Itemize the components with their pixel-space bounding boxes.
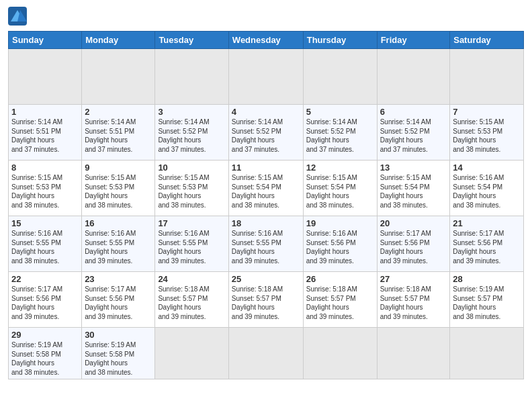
calendar-cell: 25Sunrise: 5:18 AMSunset: 5:57 PMDayligh… — [228, 272, 303, 328]
calendar-cell: 16Sunrise: 5:16 AMSunset: 5:55 PMDayligh… — [82, 216, 155, 272]
day-number: 7 — [453, 107, 521, 117]
calendar-cell — [228, 49, 303, 105]
calendar-cell: 11Sunrise: 5:15 AMSunset: 5:54 PMDayligh… — [228, 161, 303, 216]
day-info: Sunrise: 5:14 AMSunset: 5:52 PMDaylight … — [158, 118, 225, 154]
day-info: Sunrise: 5:16 AMSunset: 5:55 PMDaylight … — [85, 229, 152, 265]
calendar-cell — [228, 328, 303, 379]
calendar-cell: 22Sunrise: 5:17 AMSunset: 5:56 PMDayligh… — [9, 272, 82, 328]
header-sunday: Sunday — [9, 32, 82, 49]
day-number: 20 — [380, 218, 447, 228]
day-info: Sunrise: 5:19 AMSunset: 5:58 PMDaylight … — [11, 340, 79, 377]
logo-icon — [8, 7, 27, 26]
day-info: Sunrise: 5:17 AMSunset: 5:56 PMDaylight … — [11, 285, 79, 321]
day-number: 10 — [158, 163, 225, 173]
day-number: 16 — [85, 218, 152, 228]
day-info: Sunrise: 5:18 AMSunset: 5:57 PMDaylight … — [232, 285, 300, 321]
header-saturday: Saturday — [450, 32, 524, 49]
day-info: Sunrise: 5:15 AMSunset: 5:53 PMDaylight … — [453, 118, 521, 154]
day-info: Sunrise: 5:15 AMSunset: 5:53 PMDaylight … — [85, 173, 152, 210]
header-monday: Monday — [82, 32, 155, 49]
calendar-cell: 20Sunrise: 5:17 AMSunset: 5:56 PMDayligh… — [377, 216, 450, 272]
day-number: 25 — [232, 274, 300, 284]
day-number: 14 — [453, 163, 521, 173]
day-number: 29 — [11, 330, 79, 340]
day-number: 4 — [232, 107, 300, 117]
day-info: Sunrise: 5:14 AMSunset: 5:51 PMDaylight … — [11, 118, 79, 154]
calendar-week-2: 8Sunrise: 5:15 AMSunset: 5:53 PMDaylight… — [9, 161, 524, 216]
calendar-cell — [9, 49, 82, 105]
logo — [8, 7, 30, 26]
calendar-cell: 1Sunrise: 5:14 AMSunset: 5:51 PMDaylight… — [9, 105, 82, 161]
calendar-cell: 30Sunrise: 5:19 AMSunset: 5:58 PMDayligh… — [82, 328, 155, 379]
calendar-cell: 2Sunrise: 5:14 AMSunset: 5:51 PMDaylight… — [82, 105, 155, 161]
calendar-cell: 13Sunrise: 5:15 AMSunset: 5:54 PMDayligh… — [377, 161, 450, 216]
day-info: Sunrise: 5:14 AMSunset: 5:52 PMDaylight … — [380, 118, 447, 154]
day-info: Sunrise: 5:17 AMSunset: 5:56 PMDaylight … — [85, 285, 152, 321]
calendar-cell: 27Sunrise: 5:18 AMSunset: 5:57 PMDayligh… — [377, 272, 450, 328]
calendar-cell: 24Sunrise: 5:18 AMSunset: 5:57 PMDayligh… — [155, 272, 228, 328]
day-number: 19 — [306, 218, 374, 228]
day-number: 27 — [380, 274, 447, 284]
calendar-week-0 — [9, 49, 524, 105]
day-number: 13 — [380, 163, 447, 173]
calendar-cell: 26Sunrise: 5:18 AMSunset: 5:57 PMDayligh… — [303, 272, 377, 328]
day-info: Sunrise: 5:15 AMSunset: 5:54 PMDaylight … — [232, 173, 300, 210]
day-number: 17 — [158, 218, 225, 228]
calendar-cell — [303, 49, 377, 105]
calendar-week-4: 22Sunrise: 5:17 AMSunset: 5:56 PMDayligh… — [9, 272, 524, 328]
day-info: Sunrise: 5:15 AMSunset: 5:53 PMDaylight … — [158, 173, 225, 210]
day-info: Sunrise: 5:17 AMSunset: 5:56 PMDaylight … — [453, 229, 521, 265]
calendar-cell — [155, 49, 228, 105]
calendar-week-5: 29Sunrise: 5:19 AMSunset: 5:58 PMDayligh… — [9, 328, 524, 379]
calendar-cell: 5Sunrise: 5:14 AMSunset: 5:52 PMDaylight… — [303, 105, 377, 161]
calendar-cell: 10Sunrise: 5:15 AMSunset: 5:53 PMDayligh… — [155, 161, 228, 216]
day-info: Sunrise: 5:15 AMSunset: 5:54 PMDaylight … — [306, 173, 374, 210]
day-info: Sunrise: 5:18 AMSunset: 5:57 PMDaylight … — [380, 285, 447, 321]
day-info: Sunrise: 5:17 AMSunset: 5:56 PMDaylight … — [380, 229, 447, 265]
header-thursday: Thursday — [303, 32, 377, 49]
day-number: 21 — [453, 218, 521, 228]
day-info: Sunrise: 5:16 AMSunset: 5:55 PMDaylight … — [232, 229, 300, 265]
day-number: 3 — [158, 107, 225, 117]
day-info: Sunrise: 5:19 AMSunset: 5:57 PMDaylight … — [453, 285, 521, 321]
calendar-week-3: 15Sunrise: 5:16 AMSunset: 5:55 PMDayligh… — [9, 216, 524, 272]
day-number: 18 — [232, 218, 300, 228]
day-number: 1 — [11, 107, 79, 117]
calendar-cell: 15Sunrise: 5:16 AMSunset: 5:55 PMDayligh… — [9, 216, 82, 272]
calendar-cell — [303, 328, 377, 379]
calendar-cell: 7Sunrise: 5:15 AMSunset: 5:53 PMDaylight… — [450, 105, 524, 161]
calendar-cell — [450, 328, 524, 379]
day-info: Sunrise: 5:18 AMSunset: 5:57 PMDaylight … — [306, 285, 374, 321]
calendar-cell: 12Sunrise: 5:15 AMSunset: 5:54 PMDayligh… — [303, 161, 377, 216]
day-number: 23 — [85, 274, 152, 284]
day-info: Sunrise: 5:14 AMSunset: 5:52 PMDaylight … — [232, 118, 300, 154]
day-number: 5 — [306, 107, 374, 117]
calendar-cell: 29Sunrise: 5:19 AMSunset: 5:58 PMDayligh… — [9, 328, 82, 379]
day-number: 9 — [85, 163, 152, 173]
calendar-cell: 23Sunrise: 5:17 AMSunset: 5:56 PMDayligh… — [82, 272, 155, 328]
header-tuesday: Tuesday — [155, 32, 228, 49]
calendar-cell: 6Sunrise: 5:14 AMSunset: 5:52 PMDaylight… — [377, 105, 450, 161]
header-wednesday: Wednesday — [228, 32, 303, 49]
calendar-cell — [377, 328, 450, 379]
day-info: Sunrise: 5:19 AMSunset: 5:58 PMDaylight … — [85, 340, 152, 377]
calendar-cell: 8Sunrise: 5:15 AMSunset: 5:53 PMDaylight… — [9, 161, 82, 216]
calendar-week-1: 1Sunrise: 5:14 AMSunset: 5:51 PMDaylight… — [9, 105, 524, 161]
calendar-cell: 14Sunrise: 5:16 AMSunset: 5:54 PMDayligh… — [450, 161, 524, 216]
calendar-cell: 9Sunrise: 5:15 AMSunset: 5:53 PMDaylight… — [82, 161, 155, 216]
day-number: 11 — [232, 163, 300, 173]
day-info: Sunrise: 5:15 AMSunset: 5:54 PMDaylight … — [380, 173, 447, 210]
header-friday: Friday — [377, 32, 450, 49]
calendar-cell: 3Sunrise: 5:14 AMSunset: 5:52 PMDaylight… — [155, 105, 228, 161]
day-number: 30 — [85, 330, 152, 340]
calendar-cell: 4Sunrise: 5:14 AMSunset: 5:52 PMDaylight… — [228, 105, 303, 161]
day-info: Sunrise: 5:18 AMSunset: 5:57 PMDaylight … — [158, 285, 225, 321]
day-number: 26 — [306, 274, 374, 284]
day-number: 2 — [85, 107, 152, 117]
calendar-header-row: SundayMondayTuesdayWednesdayThursdayFrid… — [9, 32, 524, 49]
day-number: 8 — [11, 163, 79, 173]
day-number: 24 — [158, 274, 225, 284]
calendar-cell: 17Sunrise: 5:16 AMSunset: 5:55 PMDayligh… — [155, 216, 228, 272]
calendar-cell: 19Sunrise: 5:16 AMSunset: 5:56 PMDayligh… — [303, 216, 377, 272]
calendar-table: SundayMondayTuesdayWednesdayThursdayFrid… — [8, 31, 524, 379]
